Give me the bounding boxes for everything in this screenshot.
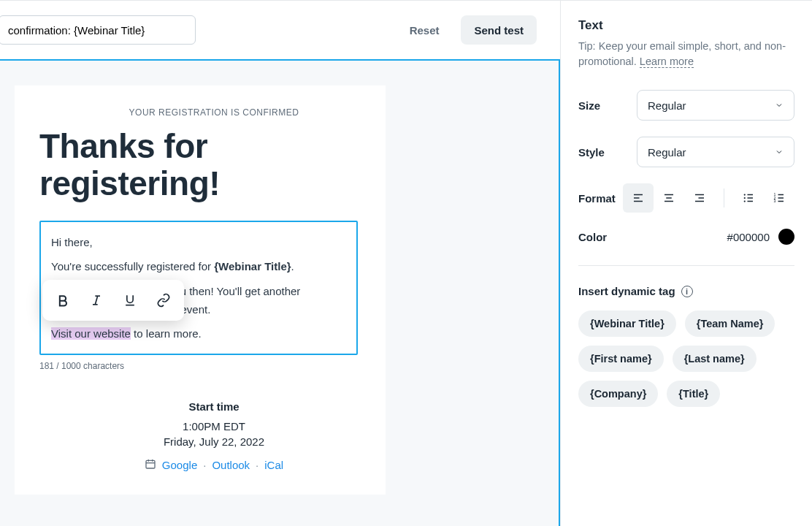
bullet-list-button[interactable] [733, 183, 764, 213]
calendar-link-google[interactable]: Google [162, 459, 197, 471]
svg-point-17 [744, 194, 746, 195]
subject-input[interactable] [0, 15, 196, 45]
align-left-button[interactable] [623, 183, 654, 213]
color-value: #000000 [727, 231, 770, 243]
numbered-list-icon: 123 [773, 191, 786, 205]
start-time-value: 1:00PM EDT [74, 420, 353, 432]
bullet-list-icon [742, 191, 755, 205]
character-count: 181 / 1000 characters [39, 361, 353, 371]
link-button[interactable] [148, 284, 180, 316]
reset-button[interactable]: Reset [397, 15, 453, 45]
align-right-icon [693, 191, 706, 205]
tag-first-name[interactable]: {First name} [578, 346, 664, 372]
style-label: Style [578, 146, 637, 159]
svg-point-18 [744, 197, 746, 199]
size-select[interactable]: Regular [637, 90, 794, 121]
body-line: Visit our website to learn more. [51, 325, 346, 342]
email-eyebrow: YOUR REGISTRATION IS CONFIRMED [74, 107, 353, 118]
bold-icon [55, 293, 70, 308]
divider [578, 265, 794, 266]
email-headline[interactable]: Thanks for registering! [39, 128, 358, 202]
color-swatch[interactable] [778, 229, 794, 245]
properties-panel: Text Tip: Keep your email simple, short,… [560, 1, 812, 526]
svg-rect-4 [146, 461, 155, 469]
body-line: You're successfully registered for {Webi… [51, 258, 346, 275]
size-label: Size [578, 99, 637, 112]
tag-webinar-title[interactable]: {Webinar Title} [578, 310, 676, 337]
italic-button[interactable] [80, 284, 112, 316]
send-test-button[interactable]: Send test [461, 15, 537, 45]
panel-title: Text [578, 18, 794, 33]
top-bar: Reset Send test [0, 1, 560, 59]
calendar-icon [145, 458, 156, 472]
tag-title[interactable]: {Title} [667, 381, 720, 407]
italic-icon [89, 293, 104, 308]
tag-team-name[interactable]: {Team Name} [685, 310, 775, 337]
align-left-icon [632, 191, 645, 205]
divider [724, 188, 724, 207]
start-time-label: Start time [74, 400, 353, 413]
underline-icon [123, 293, 137, 308]
svg-line-2 [95, 296, 97, 305]
tag-last-name[interactable]: {Last name} [673, 346, 757, 372]
learn-more-link[interactable]: Learn more [640, 56, 694, 68]
chevron-down-icon [775, 148, 784, 156]
numbered-list-button[interactable]: 123 [764, 183, 794, 213]
calendar-link-outlook[interactable]: Outlook [212, 459, 250, 471]
dynamic-tag-header: Insert dynamic tag i [578, 285, 794, 297]
color-label: Color [578, 231, 607, 243]
calendar-link-ical[interactable]: iCal [264, 459, 283, 471]
calendar-links: Google · Outlook · iCal [145, 458, 283, 472]
size-row: Size Regular [578, 90, 794, 121]
align-center-button[interactable] [654, 183, 684, 213]
panel-tip: Tip: Keep your email simple, short, and … [578, 39, 794, 69]
email-canvas[interactable]: YOUR REGISTRATION IS CONFIRMED Thanks fo… [0, 59, 560, 526]
text-format-toolbar [42, 280, 184, 321]
dynamic-tags: {Webinar Title} {Team Name} {First name}… [578, 310, 794, 407]
svg-point-19 [744, 200, 746, 202]
selected-text: Visit our website [51, 327, 131, 340]
style-row: Style Regular [578, 137, 794, 167]
start-date-value: Friday, July 22, 2022 [74, 435, 353, 448]
body-line: Hi there, [51, 234, 346, 251]
style-select[interactable]: Regular [637, 137, 794, 167]
chevron-down-icon [775, 101, 784, 110]
bold-button[interactable] [47, 284, 79, 316]
underline-button[interactable] [114, 284, 146, 316]
align-center-icon [662, 191, 675, 205]
info-icon[interactable]: i [681, 286, 693, 297]
tag-company[interactable]: {Company} [578, 381, 658, 407]
align-right-button[interactable] [684, 183, 715, 213]
format-row: Format 123 [578, 183, 794, 213]
link-icon [156, 293, 171, 308]
format-label: Format [578, 192, 623, 205]
start-time-block: Start time 1:00PM EDT Friday, July 22, 2… [74, 400, 353, 473]
svg-text:3: 3 [774, 199, 776, 203]
color-row: Color #000000 [578, 229, 794, 245]
